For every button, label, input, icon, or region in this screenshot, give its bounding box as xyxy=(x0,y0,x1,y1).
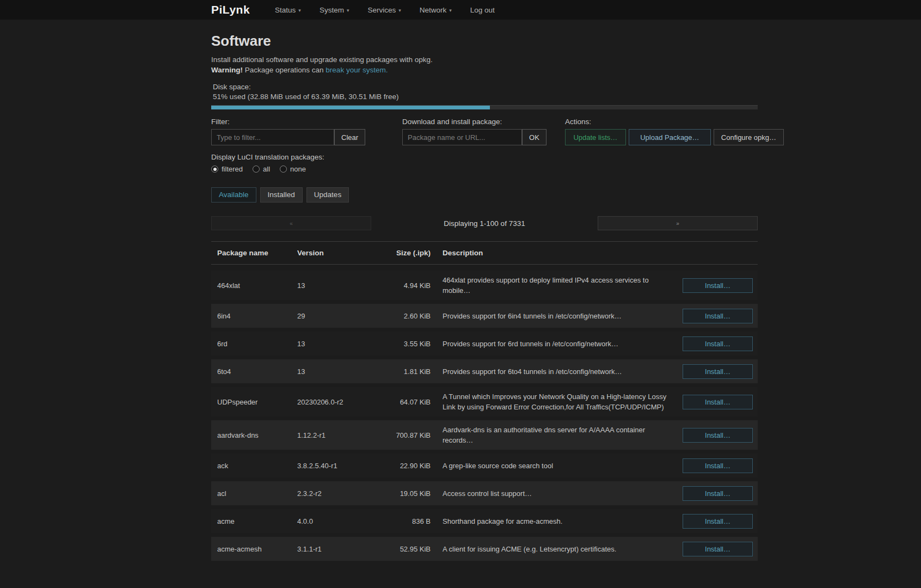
warning-line: Warning! Package operations can break yo… xyxy=(211,65,758,75)
chevron-down-icon: ▾ xyxy=(347,8,349,13)
package-size: 2.60 KiB xyxy=(379,312,431,320)
install-button[interactable]: Install… xyxy=(683,542,753,556)
package-name: UDPspeeder xyxy=(211,398,297,406)
next-page-button[interactable]: » xyxy=(598,216,758,230)
warning-text: Package operations can xyxy=(243,66,326,74)
package-size: 3.55 KiB xyxy=(379,340,431,348)
table-row: aardvark-dns 1.12.2-r1 700.87 KiB Aardva… xyxy=(211,420,758,450)
clear-button[interactable]: Clear xyxy=(334,129,365,145)
install-button[interactable]: Install… xyxy=(683,428,753,443)
disk-usage-bar-fill xyxy=(211,106,490,109)
translation-section: Display LuCI translation packages: filte… xyxy=(211,153,758,173)
table-row: 6rd 13 3.55 KiB Provides support for 6rd… xyxy=(211,332,758,356)
package-version: 2.3.2-r2 xyxy=(297,489,379,498)
package-description: Provides support for 6rd tunnels in /etc… xyxy=(443,339,675,349)
filter-label: Filter: xyxy=(211,118,365,126)
package-version: 29 xyxy=(297,312,379,320)
install-button[interactable]: Install… xyxy=(683,514,753,529)
nav-item-services[interactable]: Services ▾ xyxy=(367,6,401,14)
table-header: Package name Version Size (.ipk) Descrip… xyxy=(211,241,758,265)
table-row: acme 4.0.0 836 B Shorthand package for a… xyxy=(211,509,758,533)
nav-item-label: Network xyxy=(420,6,447,14)
install-button[interactable]: Install… xyxy=(683,395,753,409)
package-version: 13 xyxy=(297,281,379,290)
package-description: Provides support for 6in4 tunnels in /et… xyxy=(443,311,675,321)
nav-item-log-out[interactable]: Log out xyxy=(470,6,495,14)
package-size: 4.94 KiB xyxy=(379,281,431,290)
tab-available[interactable]: Available xyxy=(211,187,256,203)
package-description: A Tunnel which Improves your Network Qua… xyxy=(443,391,675,412)
disk-space-section: Disk space: 51% used (32.88 MiB used of … xyxy=(211,82,758,102)
package-description: Provides support for 6to4 tunnels in /et… xyxy=(443,366,675,377)
radio-icon xyxy=(253,166,260,173)
chevron-down-icon: ▾ xyxy=(398,8,401,13)
radio-option-all[interactable]: all xyxy=(253,165,270,173)
pagination: « Displaying 1-100 of 7331 » xyxy=(211,216,758,230)
install-button[interactable]: Install… xyxy=(683,364,753,379)
install-button[interactable]: Install… xyxy=(683,336,753,351)
disk-usage-bar xyxy=(211,105,758,109)
brand-logo[interactable]: PiLynk xyxy=(211,3,250,16)
nav-item-label: System xyxy=(320,6,344,14)
prev-page-button[interactable]: « xyxy=(211,216,371,230)
chevron-down-icon: ▾ xyxy=(298,8,301,13)
translation-label: Display LuCI translation packages: xyxy=(211,153,758,161)
action-button-configure-opkg[interactable]: Configure opkg… xyxy=(714,129,784,145)
header-size: Size (.ipk) xyxy=(379,249,431,257)
pagination-status: Displaying 1-100 of 7331 xyxy=(371,219,598,228)
nav-item-system[interactable]: System ▾ xyxy=(320,6,349,14)
radio-option-none[interactable]: none xyxy=(280,165,306,173)
package-description: Access control list support… xyxy=(443,488,675,499)
package-name: 6rd xyxy=(211,340,297,348)
warning-bold: Warning! xyxy=(211,66,243,74)
package-version: 3.8.2.5.40-r1 xyxy=(297,462,379,470)
tab-bar: AvailableInstalledUpdates xyxy=(211,187,758,203)
actions-group: Actions: Update lists…Upload Package…Con… xyxy=(565,118,784,145)
install-button[interactable]: Install… xyxy=(683,458,753,473)
nav-item-label: Status xyxy=(275,6,296,14)
nav-item-status[interactable]: Status ▾ xyxy=(275,6,301,14)
table-row: acme-acmesh 3.1.1-r1 52.95 KiB A client … xyxy=(211,537,758,561)
download-label: Download and install package: xyxy=(402,118,547,126)
package-version: 13 xyxy=(297,367,379,376)
actions-label: Actions: xyxy=(565,118,784,126)
package-name: acl xyxy=(211,489,297,498)
package-name: 6to4 xyxy=(211,367,297,376)
filter-group: Filter: Clear xyxy=(211,118,365,145)
package-name: ack xyxy=(211,462,297,470)
nav-item-label: Services xyxy=(367,6,396,14)
nav-item-label: Log out xyxy=(470,6,495,14)
package-size: 19.05 KiB xyxy=(379,489,431,498)
package-size: 52.95 KiB xyxy=(379,545,431,553)
package-description: Shorthand package for acme-acmesh. xyxy=(443,516,675,526)
ok-button[interactable]: OK xyxy=(522,129,547,145)
disk-usage-text: 51% used (32.88 MiB used of 63.39 MiB, 3… xyxy=(213,92,758,102)
tab-installed[interactable]: Installed xyxy=(260,187,303,203)
package-size: 1.81 KiB xyxy=(379,367,431,376)
action-button-update-lists[interactable]: Update lists… xyxy=(565,129,626,145)
install-button[interactable]: Install… xyxy=(683,486,753,501)
nav-item-network[interactable]: Network ▾ xyxy=(420,6,452,14)
radio-option-filtered[interactable]: filtered xyxy=(211,165,243,173)
action-button-upload-package[interactable]: Upload Package… xyxy=(629,129,711,145)
package-version: 20230206.0-r2 xyxy=(297,398,379,406)
install-button[interactable]: Install… xyxy=(683,278,753,293)
package-name: acme-acmesh xyxy=(211,545,297,553)
radio-option-label: all xyxy=(263,165,270,173)
tab-updates[interactable]: Updates xyxy=(306,187,349,203)
table-row: 6to4 13 1.81 KiB Provides support for 6t… xyxy=(211,359,758,383)
break-system-link[interactable]: break your system. xyxy=(326,66,388,74)
install-button[interactable]: Install… xyxy=(683,309,753,323)
page-subtitle: Install additional software and upgrade … xyxy=(211,54,758,65)
package-name: aardvark-dns xyxy=(211,431,297,439)
table-row: 6in4 29 2.60 KiB Provides support for 6i… xyxy=(211,304,758,328)
nav-menu: Status ▾ System ▾ Services ▾ Network ▾ L… xyxy=(275,6,495,14)
radio-option-label: none xyxy=(290,165,306,173)
filter-input[interactable] xyxy=(211,129,334,145)
package-version: 13 xyxy=(297,340,379,348)
header-description: Description xyxy=(443,248,675,258)
header-version: Version xyxy=(297,249,379,257)
table-row: ack 3.8.2.5.40-r1 22.90 KiB A grep-like … xyxy=(211,454,758,477)
download-input[interactable] xyxy=(402,129,522,145)
package-table: 464xlat 13 4.94 KiB 464xlat provides sup… xyxy=(211,271,758,561)
